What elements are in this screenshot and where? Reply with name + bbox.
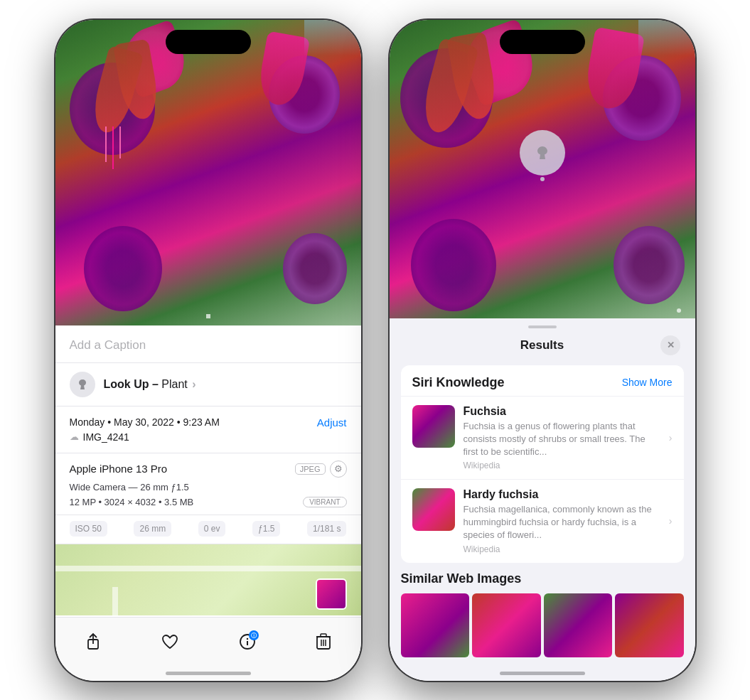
similar-thumb-3[interactable] [544, 593, 613, 657]
info-button[interactable]: ⓘ [239, 633, 256, 650]
camera-badges: JPEG ⚙ [295, 461, 347, 478]
fuchsia-name: Fuchsia [464, 405, 660, 418]
camera-lens: Wide Camera — 26 mm ƒ1.5 [70, 482, 347, 497]
show-more-button[interactable]: Show More [622, 377, 673, 388]
similar-thumb-1[interactable] [401, 593, 470, 657]
fuchsia-chevron: › [669, 432, 673, 443]
similar-thumb-2[interactable] [472, 593, 541, 657]
info-badge: ⓘ [249, 630, 259, 640]
right-photo-image[interactable] [390, 20, 695, 318]
similar-title: Similar Web Images [401, 571, 684, 586]
cloud-icon: ☁ [70, 431, 79, 442]
lookup-icon [70, 372, 95, 397]
siri-knowledge-section: Siri Knowledge Show More Fuchsia Fuchsia… [401, 365, 684, 563]
fuchsia-source: Wikipedia [464, 461, 660, 470]
map-thumbnail [316, 578, 347, 610]
camera-section: Apple iPhone 13 Pro JPEG ⚙ Wide Camera —… [55, 453, 361, 515]
siri-lookup-button[interactable] [520, 130, 565, 176]
adjust-button[interactable]: Adjust [317, 416, 347, 429]
siri-dot [540, 177, 545, 181]
vibrant-badge: VIBRANT [303, 497, 346, 507]
dynamic-island [166, 30, 251, 54]
meta-date: Monday • May 30, 2022 • 9:23 AM [70, 416, 220, 428]
lookup-row[interactable]: Look Up – Plant › [55, 363, 361, 406]
exif-iso: ISO 50 [70, 521, 107, 537]
results-sheet: Results ✕ Siri Knowledge Show More [390, 318, 695, 681]
photo-image[interactable] [55, 20, 361, 325]
left-phone-screen: Add a Caption Look Up – Plant › Monday •… [55, 20, 361, 681]
exif-ev: 0 ev [198, 521, 226, 537]
jpeg-badge: JPEG [295, 463, 326, 475]
section-title: Siri Knowledge [412, 375, 505, 390]
sheet-header: Results ✕ [390, 328, 695, 365]
fuchsia-thumbnail [412, 405, 455, 448]
svg-point-4 [247, 638, 248, 640]
meta-filename: IMG_4241 [83, 431, 129, 443]
hardy-source: Wikipedia [464, 544, 660, 554]
camera-model: Apple iPhone 13 Pro [70, 463, 168, 475]
hardy-text: Hardy fuchsia Fuchsia magellanica, commo… [464, 488, 660, 554]
share-button[interactable] [85, 632, 101, 651]
similar-thumb-4[interactable] [615, 593, 684, 657]
left-phone: Add a Caption Look Up – Plant › Monday •… [55, 20, 361, 681]
knowledge-item-fuchsia[interactable]: Fuchsia Fuchsia is a genus of flowering … [401, 396, 684, 480]
lookup-label: Look Up – Plant › [104, 378, 196, 391]
exif-focal: 26 mm [134, 521, 171, 537]
delete-button[interactable] [316, 633, 331, 650]
exif-aperture: ƒ1.5 [252, 521, 280, 537]
exif-shutter: 1/181 s [307, 521, 346, 537]
svg-rect-7 [321, 634, 326, 637]
exif-row: ISO 50 26 mm 0 ev ƒ1.5 1/181 s [55, 515, 361, 544]
caption-area[interactable]: Add a Caption [55, 325, 361, 363]
meta-section: Monday • May 30, 2022 • 9:23 AM Adjust ☁… [55, 406, 361, 453]
close-button[interactable]: ✕ [660, 335, 680, 355]
similar-section: Similar Web Images [390, 571, 695, 657]
sheet-title: Results [520, 338, 564, 352]
gear-icon: ⚙ [330, 461, 347, 478]
home-indicator [166, 672, 251, 675]
right-phone-screen: Results ✕ Siri Knowledge Show More [390, 20, 695, 681]
hardy-thumbnail [412, 488, 455, 531]
camera-specs: 12 MP • 3024 × 4032 • 3.5 MB VIBRANT [70, 497, 347, 515]
hardy-name: Hardy fuchsia [464, 488, 660, 501]
right-dynamic-island [500, 30, 585, 54]
caption-placeholder: Add a Caption [70, 338, 146, 352]
knowledge-item-hardy[interactable]: Hardy fuchsia Fuchsia magellanica, commo… [401, 479, 684, 563]
fuchsia-desc: Fuchsia is a genus of flowering plants t… [464, 420, 660, 459]
section-header: Siri Knowledge Show More [401, 365, 684, 396]
hardy-desc: Fuchsia magellanica, commonly known as t… [464, 503, 660, 542]
similar-images [401, 593, 684, 657]
map-section[interactable] [55, 544, 361, 615]
fuchsia-text: Fuchsia Fuchsia is a genus of flowering … [464, 405, 660, 471]
right-home-indicator [500, 672, 585, 675]
heart-button[interactable] [161, 634, 178, 650]
right-phone: Results ✕ Siri Knowledge Show More [390, 20, 695, 681]
hardy-chevron: › [669, 515, 673, 527]
